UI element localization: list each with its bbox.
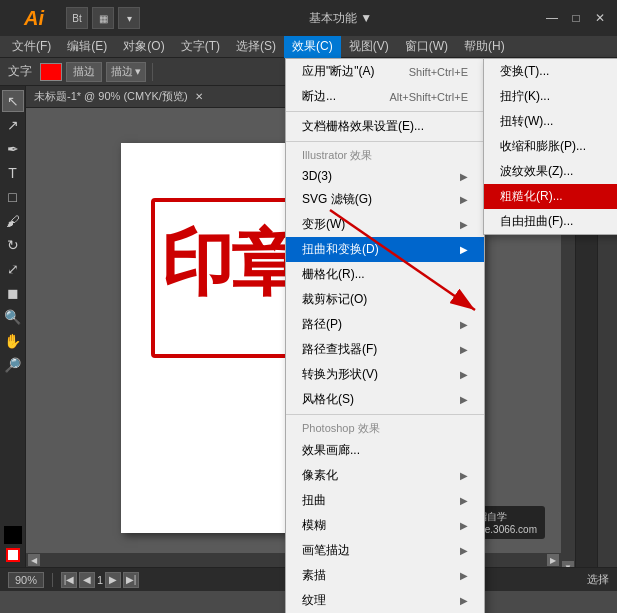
warp-arrow: ▶ [460, 219, 468, 230]
menu-object[interactable]: 对象(O) [115, 36, 172, 58]
menu-file[interactable]: 文件(F) [4, 36, 59, 58]
3d-arrow: ▶ [460, 171, 468, 182]
brush-tool[interactable]: 🖌 [2, 210, 24, 232]
menu-texture[interactable]: 纹理 ▶ [286, 588, 484, 613]
stylize-ai-arrow: ▶ [460, 394, 468, 405]
page-prev[interactable]: ◀ [79, 572, 95, 588]
sub-transform[interactable]: 变换(T)... [484, 59, 617, 84]
menu-warp[interactable]: 变形(W) ▶ [286, 212, 484, 237]
svg-arrow: ▶ [460, 194, 468, 205]
menu-blur[interactable]: 模糊 ▶ [286, 513, 484, 538]
brush-strokes-label: 画笔描边 [302, 542, 350, 559]
pucker-label: 收缩和膨胀(P)... [500, 138, 586, 155]
distort-label: 扭曲和变换(D) [302, 241, 379, 258]
sub-pucker[interactable]: 收缩和膨胀(P)... [484, 134, 617, 159]
stroke-red[interactable] [6, 548, 20, 562]
menu-effect[interactable]: 效果(C) [284, 36, 341, 58]
close-button[interactable]: ✕ [589, 7, 611, 29]
menu-pixelate[interactable]: 像素化 ▶ [286, 463, 484, 488]
scroll-down[interactable]: ▼ [562, 561, 574, 567]
warp-label: 变形(W) [302, 216, 345, 233]
menu-distort-ps[interactable]: 扭曲 ▶ [286, 488, 484, 513]
effects-gallery-label: 效果画廊... [302, 442, 360, 459]
effect-menu: 应用"断边"(A) Shift+Ctrl+E 断边... Alt+Shift+C… [285, 58, 485, 613]
menu-bar: 文件(F) 编辑(E) 对象(O) 文字(T) 选择(S) 效果(C) 视图(V… [0, 36, 617, 58]
convert-shape-arrow: ▶ [460, 369, 468, 380]
maximize-button[interactable]: □ [565, 7, 587, 29]
rasterize-label: 栅格化(R)... [302, 266, 365, 283]
shape-tool[interactable]: □ [2, 186, 24, 208]
pen-tool[interactable]: ✒ [2, 138, 24, 160]
menu-apply-edge[interactable]: 应用"断边"(A) Shift+Ctrl+E [286, 59, 484, 84]
page-first[interactable]: |◀ [61, 572, 77, 588]
menu-svg[interactable]: SVG 滤镜(G) ▶ [286, 187, 484, 212]
brush-strokes-arrow: ▶ [460, 545, 468, 556]
menu-view[interactable]: 视图(V) [341, 36, 397, 58]
svg-label: SVG 滤镜(G) [302, 191, 372, 208]
sub-twist[interactable]: 扭转(W)... [484, 109, 617, 134]
direct-select-tool[interactable]: ↗ [2, 114, 24, 136]
menu-path[interactable]: 路径(P) ▶ [286, 312, 484, 337]
path-label: 路径(P) [302, 316, 342, 333]
tab-close-btn[interactable]: ✕ [192, 90, 206, 104]
crop-marks-label: 裁剪标记(O) [302, 291, 367, 308]
stroke-dropdown[interactable]: 描边 ▾ [106, 62, 146, 82]
hand-tool[interactable]: ✋ [2, 330, 24, 352]
menu-crop-marks[interactable]: 裁剪标记(O) [286, 287, 484, 312]
menu-3d[interactable]: 3D(3) ▶ [286, 165, 484, 187]
minimize-button[interactable]: — [541, 7, 563, 29]
gradient-tool[interactable]: ◼ [2, 282, 24, 304]
menu-distort[interactable]: 扭曲和变换(D) ▶ [286, 237, 484, 262]
page-last[interactable]: ▶| [123, 572, 139, 588]
sketch-arrow: ▶ [460, 570, 468, 581]
scroll-right[interactable]: ▶ [547, 554, 559, 566]
blur-arrow: ▶ [460, 520, 468, 531]
sub-tweak[interactable]: 扭拧(K)... [484, 84, 617, 109]
scale-tool[interactable]: ⤢ [2, 258, 24, 280]
menu-edge[interactable]: 断边... Alt+Shift+Ctrl+E [286, 84, 484, 109]
rotate-tool[interactable]: ↻ [2, 234, 24, 256]
stroke-btn[interactable]: 描边 [66, 62, 102, 82]
zoom-input[interactable] [8, 572, 44, 588]
zoom-tool[interactable]: 🔎 [2, 354, 24, 376]
menu-sketch[interactable]: 素描 ▶ [286, 563, 484, 588]
ripple-label: 波纹效果(Z)... [500, 163, 573, 180]
menu-text[interactable]: 文字(T) [173, 36, 228, 58]
menu-pathfinder[interactable]: 路径查找器(F) ▶ [286, 337, 484, 362]
sub-roughen[interactable]: 粗糙化(R)... [484, 184, 617, 209]
page-nav: |◀ ◀ 1 ▶ ▶| [61, 572, 139, 588]
menu-window[interactable]: 窗口(W) [397, 36, 456, 58]
dropdown-icon[interactable]: ▾ [118, 7, 140, 29]
page-num: 1 [97, 574, 103, 586]
menu-help[interactable]: 帮助(H) [456, 36, 513, 58]
pathfinder-label: 路径查找器(F) [302, 341, 377, 358]
blur-label: 模糊 [302, 517, 326, 534]
color-swatch[interactable] [40, 63, 62, 81]
grid-icon[interactable]: ▦ [92, 7, 114, 29]
menu-raster-settings[interactable]: 文档栅格效果设置(E)... [286, 114, 484, 139]
menu-effects-gallery[interactable]: 效果画廊... [286, 438, 484, 463]
distort-ps-label: 扭曲 [302, 492, 326, 509]
menu-edit[interactable]: 编辑(E) [59, 36, 115, 58]
ai-logo: Ai [6, 0, 62, 36]
text-tool[interactable]: T [2, 162, 24, 184]
pixelate-label: 像素化 [302, 467, 338, 484]
menu-convert-shape[interactable]: 转换为形状(V) ▶ [286, 362, 484, 387]
edge-label: 断边... [302, 88, 336, 105]
apply-edge-shortcut: Shift+Ctrl+E [409, 66, 468, 78]
bt-icon[interactable]: Bt [66, 7, 88, 29]
fill-black[interactable] [4, 526, 22, 544]
sub-ripple[interactable]: 波纹效果(Z)... [484, 159, 617, 184]
stylize-ai-label: 风格化(S) [302, 391, 354, 408]
scroll-left[interactable]: ◀ [28, 554, 40, 566]
menu-brush-strokes[interactable]: 画笔描边 ▶ [286, 538, 484, 563]
menu-stylize-ai[interactable]: 风格化(S) ▶ [286, 387, 484, 412]
sub-freedistort[interactable]: 自由扭曲(F)... [484, 209, 617, 234]
menu-rasterize[interactable]: 栅格化(R)... [286, 262, 484, 287]
title-icons: Bt ▦ ▾ [66, 7, 140, 29]
eyedrop-tool[interactable]: 🔍 [2, 306, 24, 328]
menu-select[interactable]: 选择(S) [228, 36, 284, 58]
menu-sep1 [286, 111, 484, 112]
select-tool[interactable]: ↖ [2, 90, 24, 112]
page-next[interactable]: ▶ [105, 572, 121, 588]
